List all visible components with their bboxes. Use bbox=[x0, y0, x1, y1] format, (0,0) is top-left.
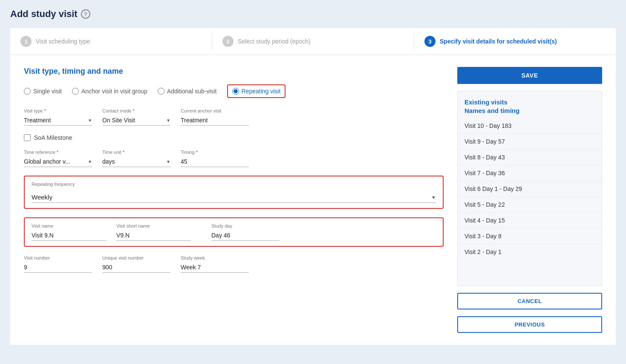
contact-mode-arrow: ▼ bbox=[166, 118, 170, 123]
visit-item: Visit 2 - Day 1 bbox=[458, 244, 602, 260]
time-reference-field: Time reference * Global anchor v... ▼ bbox=[24, 150, 92, 167]
step-1-label: Visit scheduling type bbox=[36, 38, 90, 45]
page-title-text: Add study visit bbox=[10, 9, 78, 20]
unique-visit-number-field: Unique visit number 900 bbox=[102, 255, 170, 273]
soa-milestone-checkbox[interactable] bbox=[24, 134, 31, 141]
contact-mode-value[interactable]: On Site Visit ▼ bbox=[102, 115, 170, 126]
repeating-frequency-box: Repeating frequency Weekly ▼ bbox=[24, 176, 444, 209]
cancel-button[interactable]: CANCEL bbox=[457, 293, 602, 309]
freq-arrow: ▼ bbox=[431, 195, 436, 200]
visit-name-field: Visit name bbox=[32, 223, 106, 241]
main-content: Visit type, timing and name Single visit… bbox=[10, 55, 616, 345]
right-section: SAVE Existing visits Names and timing Vi… bbox=[457, 67, 602, 333]
visit-item: Visit 4 - Day 15 bbox=[458, 213, 602, 228]
step-2: 2 Select study period (epoch) bbox=[212, 28, 414, 55]
study-week-field: Study week Week 7 bbox=[181, 255, 249, 273]
step-2-circle: 2 bbox=[222, 36, 234, 47]
visit-name-value bbox=[32, 230, 106, 241]
timing-field: Timing * 45 bbox=[181, 150, 249, 167]
save-button[interactable]: SAVE bbox=[457, 67, 602, 84]
freq-value-display: Weekly bbox=[32, 194, 52, 201]
step-2-label: Select study period (epoch) bbox=[238, 38, 310, 45]
current-anchor-field: Current anchor visit Treatment bbox=[181, 108, 249, 126]
current-anchor-value: Treatment bbox=[181, 115, 249, 126]
visit-type-field: Visit type * Treatment ▼ bbox=[24, 108, 92, 126]
existing-visits-header: Existing visits Names and timing bbox=[458, 91, 602, 118]
step-1: 1 Visit scheduling type bbox=[10, 28, 212, 55]
visit-short-name-field: Visit short name bbox=[116, 223, 191, 241]
visit-short-name-value bbox=[116, 230, 191, 241]
repeating-freq-value[interactable]: Weekly ▼ bbox=[32, 192, 436, 203]
visit-item: Visit 10 - Day 183 bbox=[458, 118, 602, 134]
study-day-value: Day 46 bbox=[211, 230, 280, 241]
radio-additional-input[interactable] bbox=[158, 88, 164, 95]
visit-short-name-label: Visit short name bbox=[116, 223, 191, 228]
repeating-freq-field: Repeating frequency Weekly ▼ bbox=[32, 182, 436, 203]
step-3-label: Specify visit details for scheduled visi… bbox=[440, 38, 557, 45]
visit-name-row: Visit name Visit short name Study day Da… bbox=[24, 217, 444, 247]
current-anchor-label: Current anchor visit bbox=[181, 108, 249, 113]
visit-type-label: Visit type * bbox=[24, 108, 92, 113]
radio-anchor-visit[interactable]: Anchor visit in visit group bbox=[72, 88, 147, 95]
type-contact-anchor-row: Visit type * Treatment ▼ Contact mode * … bbox=[24, 108, 444, 126]
study-day-label: Study day bbox=[211, 223, 280, 228]
soa-milestone-row: SoA Milestone bbox=[24, 134, 444, 141]
existing-visits-panel: Existing visits Names and timing Visit 1… bbox=[457, 91, 602, 286]
time-unit-label: Time unit * bbox=[102, 150, 170, 155]
visit-name-input[interactable] bbox=[32, 232, 106, 239]
visit-item: Visit 5 - Day 22 bbox=[458, 197, 602, 213]
radio-additional-label: Additional sub-visit bbox=[167, 88, 217, 95]
unique-visit-number-label: Unique visit number bbox=[102, 255, 170, 260]
time-unit-field: Time unit * days ▼ bbox=[102, 150, 170, 167]
time-reference-value[interactable]: Global anchor v... ▼ bbox=[24, 156, 92, 167]
visit-number-value: 9 bbox=[24, 262, 92, 273]
timing-label: Timing * bbox=[181, 150, 249, 155]
contact-mode-label: Contact mode * bbox=[102, 108, 170, 113]
stepper: 1 Visit scheduling type 2 Select study p… bbox=[10, 28, 616, 55]
visit-number-row: Visit number 9 Unique visit number 900 S… bbox=[24, 255, 444, 273]
step-3-circle: 3 bbox=[424, 36, 436, 47]
visit-item: Visit 6 Day 1 - Day 29 bbox=[458, 181, 602, 197]
radio-additional-visit[interactable]: Additional sub-visit bbox=[158, 88, 217, 95]
step-1-circle: 1 bbox=[20, 36, 32, 47]
contact-mode-field: Contact mode * On Site Visit ▼ bbox=[102, 108, 170, 126]
previous-button[interactable]: PREVIOUS bbox=[457, 316, 602, 333]
visit-item: Visit 8 - Day 43 bbox=[458, 150, 602, 165]
radio-single-input[interactable] bbox=[24, 88, 31, 95]
soa-milestone-label[interactable]: SoA Milestone bbox=[34, 134, 72, 141]
help-icon[interactable]: ? bbox=[81, 9, 90, 19]
timing-value[interactable]: 45 bbox=[181, 156, 249, 167]
radio-anchor-input[interactable] bbox=[72, 88, 79, 95]
study-week-label: Study week bbox=[181, 255, 249, 260]
study-week-value: Week 7 bbox=[181, 262, 249, 273]
time-reference-arrow: ▼ bbox=[88, 159, 92, 164]
radio-repeating-visit[interactable]: Repeating visit bbox=[227, 84, 286, 98]
time-reference-label: Time reference * bbox=[24, 150, 92, 155]
radio-repeating-label: Repeating visit bbox=[242, 88, 281, 95]
step-3: 3 Specify visit details for scheduled vi… bbox=[414, 28, 616, 55]
visit-type-arrow: ▼ bbox=[88, 118, 92, 123]
visit-type-value[interactable]: Treatment ▼ bbox=[24, 115, 92, 126]
visit-item: Visit 3 - Day 8 bbox=[458, 228, 602, 244]
form-section: Visit type, timing and name Single visit… bbox=[24, 67, 444, 333]
unique-visit-number-value: 900 bbox=[102, 262, 170, 273]
radio-anchor-label: Anchor visit in visit group bbox=[81, 88, 147, 95]
visit-short-name-input[interactable] bbox=[116, 232, 191, 239]
visits-list[interactable]: Visit 10 - Day 183Visit 9 - Day 57Visit … bbox=[458, 118, 602, 263]
time-unit-value[interactable]: days ▼ bbox=[102, 156, 170, 167]
page-wrapper: Add study visit ? 1 Visit scheduling typ… bbox=[0, 0, 626, 364]
visit-number-field: Visit number 9 bbox=[24, 255, 92, 273]
visit-item: Visit 9 - Day 57 bbox=[458, 134, 602, 150]
study-day-field: Study day Day 46 bbox=[211, 223, 280, 241]
radio-single-label: Single visit bbox=[33, 88, 62, 95]
visit-number-label: Visit number bbox=[24, 255, 92, 260]
freq-select-wrapper[interactable]: Weekly ▼ bbox=[32, 194, 436, 201]
radio-repeating-input[interactable] bbox=[232, 88, 239, 95]
visit-type-radio-group: Single visit Anchor visit in visit group… bbox=[24, 84, 444, 98]
radio-single-visit[interactable]: Single visit bbox=[24, 88, 62, 95]
repeating-freq-label: Repeating frequency bbox=[32, 182, 436, 187]
page-title: Add study visit ? bbox=[10, 9, 616, 20]
time-row: Time reference * Global anchor v... ▼ Ti… bbox=[24, 150, 444, 167]
section-title: Visit type, timing and name bbox=[24, 67, 444, 76]
time-unit-arrow: ▼ bbox=[166, 159, 170, 164]
